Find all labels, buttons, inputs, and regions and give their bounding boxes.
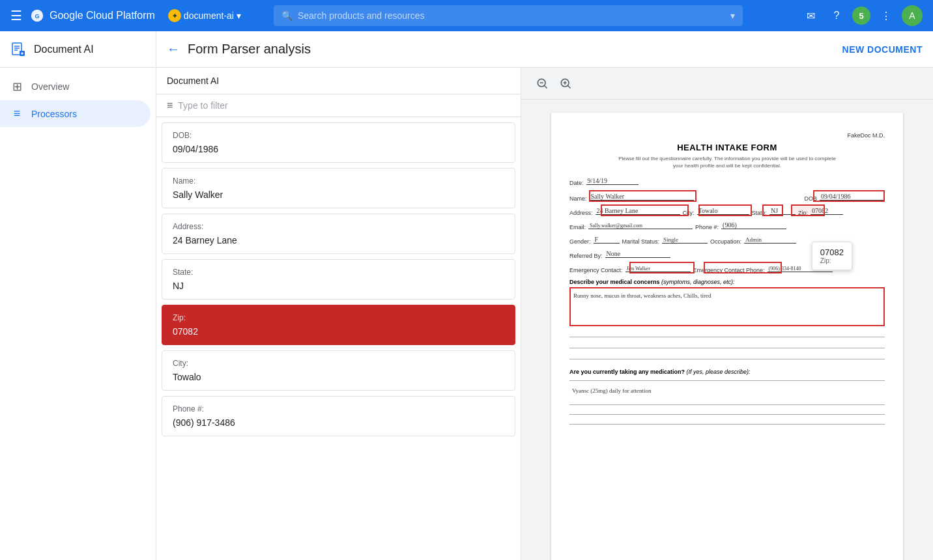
medical-sublabel: (symptoms, diagnoses, etc): [661,279,735,285]
medication-sublabel: (If yes, please describe): [687,369,751,375]
medication-section: Are you currently taking any medication?… [569,369,885,425]
content-area: ← Form Parser analysis NEW DOCUMENT Docu… [156,31,933,560]
blank-lines-section [569,337,885,359]
menu-icon[interactable]: ☰ [10,8,22,23]
notifications-badge[interactable]: 5 [852,7,870,25]
data-card-label-phone: Phone #: [173,404,504,413]
new-document-button[interactable]: NEW DOCUMENT [842,44,923,55]
data-card-name[interactable]: Name: Sally Walker [162,168,515,208]
name-field: Sally Walker [590,191,694,201]
city-label: City: [683,210,695,216]
project-selector[interactable]: ✦ document-ai ▾ [168,9,241,22]
extracted-fields-list: DOB: 09/04/1986 Name: Sally Walker Addre… [156,117,521,560]
date-field: 9/14/19 [586,176,639,185]
sidebar-title: Document AI [34,44,94,55]
top-navigation-bar: ☰ G Google Cloud Platform ✦ document-ai … [0,0,933,31]
zoom-out-button[interactable] [532,73,553,94]
name-label: Name: [569,195,587,202]
sidebar-item-processors[interactable]: ≡ Processors [0,100,151,127]
email-phone-row: Email: Sally.walker@gmail.com Phone #: (… [569,220,885,231]
project-dropdown-icon: ▾ [237,10,241,21]
gcp-logo-text: Google Cloud Platform [50,10,155,21]
data-card-phone[interactable]: Phone #: (906) 917-3486 [162,396,515,436]
medical-concerns-section: Describe your medical concerns (symptoms… [569,279,885,326]
zip-field: 07082 [811,206,843,215]
search-bar[interactable]: 🔍 ▾ [274,5,743,26]
state-label: State: [752,210,768,216]
sidebar-item-processors-label: Processors [31,109,77,119]
zip-tooltip: 07082 Zip: [812,242,852,270]
svg-text:G: G [35,13,39,20]
marital-field: Single [662,234,708,244]
data-card-state[interactable]: State: NJ [162,259,515,300]
filter-input[interactable] [178,100,510,111]
content-header: ← Form Parser analysis NEW DOCUMENT [156,31,933,68]
data-card-label-zip: Zip: [173,313,504,322]
form-title: HEALTH INTAKE FORM [569,143,885,152]
search-dropdown-icon: ▾ [730,10,735,21]
svg-line-15 [568,86,571,89]
phone-field: (906) [721,220,786,229]
date-label: Date: [569,180,584,186]
back-button[interactable]: ← [167,42,180,57]
data-card-value-city: Towalo [173,372,504,382]
breadcrumb: Document AI [167,76,219,86]
data-card-value-name: Sally Walker [173,189,504,200]
document-page: FakeDoc M.D. HEALTH INTAKE FORM Please f… [551,113,903,560]
gcp-logo-icon: G [30,8,44,23]
ec-phone-label: Emergency Contact Phone: [693,267,765,273]
date-row: Date: 9/14/19 [569,176,885,186]
search-input[interactable] [298,10,725,21]
address-row: Address: 24 Barney Lane City: Towalo Sta… [569,206,885,216]
health-intake-form: FakeDoc M.D. HEALTH INTAKE FORM Please f… [569,132,885,425]
data-card-value-zip: 07082 [173,326,504,337]
document-content-area[interactable]: FakeDoc M.D. HEALTH INTAKE FORM Please f… [521,100,933,560]
address-label: Address: [569,210,593,216]
zip-label: Zip: [798,210,808,216]
data-panel-header: Document AI [156,68,521,94]
document-ai-logo-icon [10,42,26,57]
marital-label: Marital Status: [622,238,660,245]
data-card-value-state: NJ [173,281,504,291]
data-card-label-city: City: [173,359,504,368]
gcp-logo: G Google Cloud Platform [30,8,155,23]
referred-field: None [605,249,670,258]
gender-field: F [594,234,620,244]
more-options-button[interactable]: ⋮ [876,5,897,26]
data-card-value-phone: (906) 917-3486 [173,417,504,428]
data-card-address[interactable]: Address: 24 Barney Lane [162,214,515,254]
left-sidebar: Document AI ⊞ Overview ≡ Processors [0,31,156,560]
sidebar-item-overview[interactable]: ⊞ Overview [0,73,151,100]
occupation-field: Admin [744,234,796,244]
data-card-zip[interactable]: Zip: 07082 [162,305,515,345]
zoom-out-icon [536,77,549,90]
dob-label: DOB [804,195,817,202]
svg-line-11 [545,86,547,89]
project-icon: ✦ [168,9,181,22]
doctor-name: FakeDoc M.D. [569,132,885,139]
overview-icon: ⊞ [10,79,23,94]
data-card-label-name: Name: [173,176,504,186]
page-title: Form Parser analysis [188,42,835,57]
data-card-label-state: State: [173,268,504,277]
help-icon-button[interactable]: ? [826,5,847,26]
name-dob-row: Name: Sally Walker DOB 09/04/1986 [569,191,885,202]
state-field: NJ [769,206,796,215]
data-card-city[interactable]: City: Towalo [162,350,515,391]
main-layout: Document AI ⊞ Overview ≡ Processors ← Fo… [0,31,933,560]
medical-concerns-field: Runny nose, mucus in throat, weakness ac… [569,287,885,326]
email-label: Email: [569,224,586,231]
mail-icon-button[interactable]: ✉ [800,5,821,26]
data-card-label-dob: DOB: [173,131,504,140]
processors-icon: ≡ [10,107,23,120]
data-card-dob[interactable]: DOB: 09/04/1986 [162,122,515,163]
data-card-value-address: 24 Barney Lane [173,235,504,245]
zoom-in-button[interactable] [555,73,576,94]
gender-label: Gender: [569,238,591,245]
top-bar-actions: ✉ ? 5 ⋮ A [800,5,923,26]
content-body: Document AI ≡ DOB: 09/04/1986 Name: Sall… [156,68,933,560]
user-avatar[interactable]: A [902,5,923,26]
address-field: 24 Barney Lane [596,206,680,215]
data-card-value-dob: 09/04/1986 [173,144,504,154]
sidebar-header: Document AI [0,31,156,68]
